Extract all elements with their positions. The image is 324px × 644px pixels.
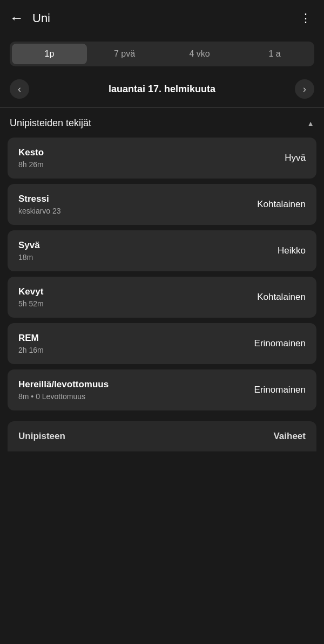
bottom-partial-card[interactable]: Unipisteen Vaiheet bbox=[8, 421, 316, 451]
bottom-partial-right: Vaiheet bbox=[273, 431, 306, 442]
factor-card-rem[interactable]: REM 2h 16m Erinomainen bbox=[8, 323, 316, 364]
prev-date-button[interactable]: ‹ bbox=[10, 79, 29, 99]
factor-left-rem: REM 2h 16m bbox=[18, 333, 44, 354]
factor-name-hereilla: Hereillä/levottomuus bbox=[18, 379, 109, 390]
factor-detail-kesto: 8h 26m bbox=[18, 160, 44, 169]
date-label: lauantai 17. helmikuuta bbox=[109, 84, 215, 95]
section-header[interactable]: Unipisteiden tekijät ▲ bbox=[0, 108, 324, 138]
tab-1a[interactable]: 1 a bbox=[237, 44, 312, 64]
factor-name-rem: REM bbox=[18, 333, 44, 344]
factor-rating-kesto: Hyvä bbox=[285, 153, 306, 163]
factor-left-hereilla: Hereillä/levottomuus 8m • 0 Levottomuus bbox=[18, 379, 109, 401]
factor-detail-syva: 18m bbox=[18, 253, 40, 262]
factor-name-syva: Syvä bbox=[18, 240, 40, 251]
factor-left-syva: Syvä 18m bbox=[18, 240, 40, 262]
factor-card-hereilla[interactable]: Hereillä/levottomuus 8m • 0 Levottomuus … bbox=[8, 369, 316, 410]
factor-card-kesto[interactable]: Kesto 8h 26m Hyvä bbox=[8, 138, 316, 179]
bottom-partial-left: Unipisteen bbox=[18, 431, 65, 442]
factor-rating-rem: Erinomainen bbox=[254, 338, 306, 349]
tab-1p[interactable]: 1p bbox=[12, 44, 87, 64]
section-collapse-icon: ▲ bbox=[307, 119, 314, 128]
factor-rating-syva: Heikko bbox=[278, 245, 306, 256]
header: ← Uni ⋮ bbox=[0, 0, 324, 36]
tab-7pva[interactable]: 7 pvä bbox=[87, 44, 162, 64]
factor-card-stressi[interactable]: Stressi keskiarvo 23 Kohtalainen bbox=[8, 184, 316, 225]
date-navigation: ‹ lauantai 17. helmikuuta › bbox=[0, 74, 324, 107]
factor-detail-kevyt: 5h 52m bbox=[18, 299, 44, 308]
factor-rating-hereilla: Erinomainen bbox=[254, 385, 306, 395]
factors-list: Kesto 8h 26m Hyvä Stressi keskiarvo 23 K… bbox=[0, 138, 324, 421]
factor-name-kesto: Kesto bbox=[18, 147, 44, 158]
tab-4vko[interactable]: 4 vko bbox=[162, 44, 237, 64]
next-date-button[interactable]: › bbox=[295, 79, 314, 99]
tab-bar: 1p 7 pvä 4 vko 1 a bbox=[10, 42, 314, 66]
factor-left-stressi: Stressi keskiarvo 23 bbox=[18, 194, 61, 215]
factor-name-kevyt: Kevyt bbox=[18, 286, 44, 297]
page-title: Uni bbox=[28, 11, 298, 25]
section-title: Unipisteiden tekijät bbox=[10, 118, 91, 129]
factor-left-kesto: Kesto 8h 26m bbox=[18, 147, 44, 169]
back-button[interactable]: ← bbox=[10, 8, 28, 29]
factor-detail-stressi: keskiarvo 23 bbox=[18, 207, 61, 215]
menu-button[interactable]: ⋮ bbox=[298, 9, 314, 28]
factor-detail-hereilla: 8m • 0 Levottomuus bbox=[18, 392, 109, 401]
factor-card-kevyt[interactable]: Kevyt 5h 52m Kohtalainen bbox=[8, 277, 316, 318]
factor-detail-rem: 2h 16m bbox=[18, 346, 44, 354]
factor-rating-stressi: Kohtalainen bbox=[257, 199, 306, 210]
factor-name-stressi: Stressi bbox=[18, 194, 61, 204]
factor-rating-kevyt: Kohtalainen bbox=[257, 292, 306, 303]
factor-left-kevyt: Kevyt 5h 52m bbox=[18, 286, 44, 308]
factor-card-syva[interactable]: Syvä 18m Heikko bbox=[8, 230, 316, 271]
